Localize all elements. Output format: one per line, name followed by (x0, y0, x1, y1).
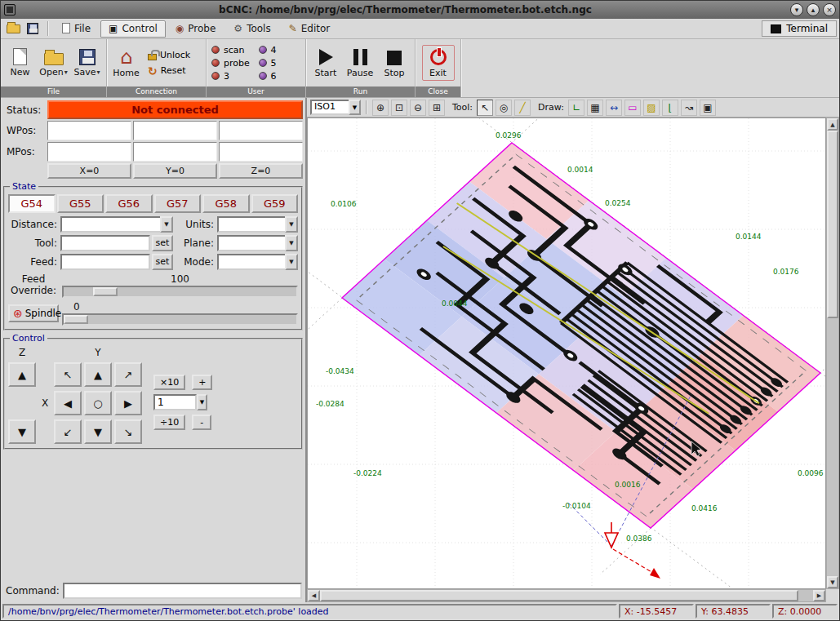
unlock-button[interactable]: Unlock (144, 47, 194, 63)
start-button[interactable]: Start (309, 46, 342, 80)
wcs-g58-button[interactable]: G58 (202, 194, 250, 213)
feed-override-handle[interactable] (93, 287, 118, 296)
jog-xy-downleft-button[interactable]: ↙ (54, 419, 82, 444)
jog-y-up-button[interactable]: ▲ (84, 362, 112, 387)
user-button-3[interactable]: 3 (210, 70, 256, 82)
pointer-tool-button[interactable]: ↖ (477, 100, 493, 116)
tab-control[interactable]: ▣ Control (100, 20, 166, 38)
terminal-button[interactable]: Terminal (762, 20, 837, 37)
jog-y-down-button[interactable]: ▼ (84, 419, 112, 444)
stop-button[interactable]: Stop (378, 47, 411, 80)
tool-set-button[interactable]: set (152, 235, 173, 251)
chevron-down-icon[interactable]: ▼ (197, 394, 207, 410)
command-input[interactable] (63, 583, 302, 599)
draw-axes-button[interactable]: ∟ (568, 100, 584, 116)
exit-button[interactable]: Exit (422, 45, 455, 81)
zoom-out-button[interactable]: ⊖ (410, 100, 426, 116)
draw-leveling-button[interactable]: ▨ (643, 100, 660, 116)
chevron-down-icon[interactable]: ▼ (160, 216, 173, 233)
step-minus-button[interactable]: - (192, 415, 211, 430)
scroll-right-icon[interactable]: ▶ (813, 590, 825, 601)
view-select[interactable]: ISO1 ▼ (310, 100, 361, 115)
zoom-window-button[interactable]: ⊡ (391, 100, 407, 116)
wcs-g55-button[interactable]: G55 (57, 194, 104, 213)
tab-probe[interactable]: ◉ Probe (167, 20, 224, 38)
jog-z-down-button[interactable]: ▼ (8, 419, 36, 444)
spindle-checkbox[interactable]: ⊛ Spindle (8, 304, 59, 322)
zero-z-button[interactable]: Z=0 (219, 163, 303, 179)
save-file-button[interactable] (23, 20, 42, 38)
spindle-slider[interactable] (62, 313, 298, 326)
step-plus-button[interactable]: + (192, 375, 212, 390)
open-button[interactable]: Open▾ (38, 47, 69, 80)
jog-z-up-button[interactable]: ▲ (8, 362, 36, 387)
maximize-button[interactable]: ▴ (807, 3, 820, 16)
wcs-g57-button[interactable]: G57 (154, 194, 202, 213)
plane-select[interactable]: ▼ (217, 235, 298, 251)
draw-grid-button[interactable]: ▦ (587, 100, 603, 116)
horizontal-scrollbar[interactable]: ◀ ▶ (307, 589, 826, 602)
user-button-6[interactable]: 6 (257, 70, 303, 82)
gantry-tool-button[interactable]: ◎ (496, 100, 512, 116)
spindle-handle[interactable] (64, 315, 88, 324)
connection-status-button[interactable]: Not connected (47, 100, 303, 119)
draw-margin-button[interactable]: ▭ (624, 100, 641, 116)
jog-xy-downright-button[interactable]: ↘ (114, 419, 142, 444)
tab-file[interactable]: File (54, 20, 99, 38)
open-file-button[interactable] (3, 20, 23, 38)
tab-tools[interactable]: ⚙ Tools (225, 20, 278, 38)
jog-x-plus-button[interactable]: ▶ (114, 391, 142, 415)
jog-origin-button[interactable]: ○ (84, 391, 112, 415)
new-button[interactable]: New (4, 46, 36, 80)
zero-y-button[interactable]: Y=0 (133, 163, 217, 179)
draw-rapid-button[interactable]: ↝ (681, 100, 697, 116)
feed-override-slider[interactable] (62, 286, 298, 298)
step-mul10-button[interactable]: ×10 (153, 375, 185, 390)
tab-editor[interactable]: ✎ Editor (281, 20, 339, 38)
close-button[interactable]: × (823, 3, 836, 16)
draw-camera-button[interactable]: ▣ (700, 100, 716, 116)
wcs-g59-button[interactable]: G59 (251, 194, 299, 213)
scroll-down-icon[interactable]: ▼ (827, 576, 838, 588)
tool-field[interactable] (60, 235, 150, 251)
chevron-down-icon[interactable]: ▼ (349, 100, 361, 115)
vertical-scroll-thumb[interactable] (827, 131, 838, 318)
chevron-down-icon[interactable]: ▼ (285, 235, 298, 251)
scroll-up-icon[interactable]: ▲ (827, 118, 838, 131)
horizontal-scroll-thumb[interactable] (320, 590, 798, 601)
user-button-probe[interactable]: probe (210, 57, 256, 69)
zoom-fit-button[interactable]: ⊞ (429, 100, 445, 116)
step-select[interactable]: ▼ (153, 394, 207, 410)
distance-select[interactable]: ▼ (60, 216, 173, 233)
jog-x-minus-button[interactable]: ◀ (54, 391, 82, 415)
feed-field[interactable] (60, 254, 150, 270)
draw-dimensions-button[interactable]: ↔ (606, 100, 622, 116)
user-button-5[interactable]: 5 (257, 57, 303, 69)
draw-workarea-button[interactable]: ⌊ (662, 100, 678, 116)
pause-button[interactable]: Pause (344, 46, 376, 80)
vertical-scroll-trough[interactable] (827, 318, 838, 576)
zoom-in-button[interactable]: ⊕ (372, 100, 389, 116)
gcode-canvas[interactable]: 0.0296 0.0014 0.0254 0.0144 0.0176 0.010… (307, 118, 826, 589)
feed-set-button[interactable]: set (152, 254, 173, 270)
titlebar[interactable]: bCNC: /home/bnv/prg/elec/Thermometer/The… (1, 1, 839, 19)
vertical-scrollbar[interactable]: ▲ ▼ (826, 118, 839, 589)
mode-select[interactable]: ▼ (217, 254, 298, 270)
reset-button[interactable]: ↻ Reset (144, 63, 194, 79)
save-button[interactable]: Save▾ (71, 47, 103, 80)
ruler-tool-button[interactable]: ╱ (514, 100, 531, 116)
chevron-down-icon[interactable]: ▼ (285, 254, 298, 270)
units-select[interactable]: ▼ (217, 216, 298, 233)
step-value-field[interactable] (153, 394, 197, 410)
chevron-down-icon[interactable]: ▼ (285, 216, 298, 233)
home-button[interactable]: ⌂ Home (110, 46, 142, 81)
step-div10-button[interactable]: ÷10 (153, 415, 185, 430)
horizontal-scroll-trough[interactable] (798, 590, 813, 601)
jog-xy-upleft-button[interactable]: ↖ (54, 362, 82, 387)
user-button-scan[interactable]: scan (210, 44, 256, 56)
wcs-g56-button[interactable]: G56 (105, 194, 153, 213)
wcs-g54-button[interactable]: G54 (8, 194, 56, 213)
scroll-left-icon[interactable]: ◀ (308, 590, 320, 601)
shade-button[interactable]: ▾ (790, 3, 803, 16)
zero-x-button[interactable]: X=0 (47, 163, 131, 179)
